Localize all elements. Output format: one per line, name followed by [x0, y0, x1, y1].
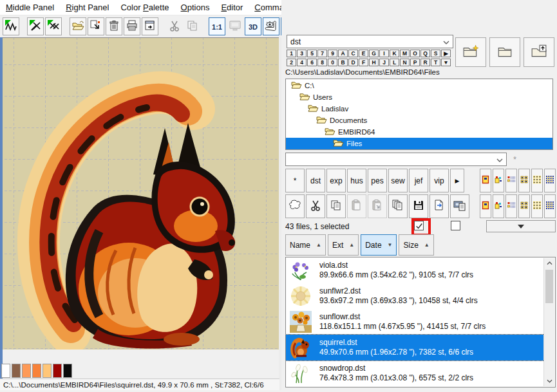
view-mode-button[interactable]: [493, 194, 504, 218]
letter-key[interactable]: H: [369, 59, 379, 66]
color-swatch[interactable]: [63, 364, 72, 378]
letter-key[interactable]: B: [338, 59, 348, 66]
tree-item[interactable]: EMBIRD64: [286, 126, 552, 138]
color-swatch[interactable]: [22, 364, 31, 378]
copy-button[interactable]: [184, 17, 201, 35]
save-button[interactable]: [409, 194, 428, 218]
letter-key[interactable]: 7: [317, 50, 327, 57]
letter-key[interactable]: G: [369, 50, 379, 57]
letter-key[interactable]: Q: [420, 50, 430, 57]
format-filter-button[interactable]: vip: [430, 169, 449, 192]
letter-key[interactable]: I: [379, 50, 389, 57]
view-mode-button[interactable]: [518, 194, 530, 218]
menu-item[interactable]: Options: [175, 1, 216, 14]
letter-key[interactable]: E: [359, 50, 368, 57]
color-swatch[interactable]: [42, 364, 52, 378]
letter-key[interactable]: S: [431, 50, 440, 57]
tree-item[interactable]: Ladislav: [286, 103, 552, 115]
menu-item[interactable]: Color Palette: [115, 1, 175, 14]
viola.dst[interactable]: viola.dst 89.9x66.6 mm (3.54x2.62 "), 91…: [286, 257, 544, 283]
create-folder-button[interactable]: [455, 37, 486, 67]
paste-special-button[interactable]: [368, 194, 387, 218]
menu-item[interactable]: Editor: [215, 1, 249, 14]
view-mode-button[interactable]: [544, 194, 556, 218]
letter-key[interactable]: F: [359, 59, 368, 66]
scrollbar-thumb[interactable]: [545, 270, 553, 303]
close-editor-button[interactable]: [142, 17, 158, 35]
color-swatch[interactable]: [1, 364, 10, 378]
view-mode-button[interactable]: [544, 169, 556, 192]
sunflowr.dst[interactable]: sunflowr.dst 118.6x151.1 mm (4.67x5.95 "…: [286, 309, 544, 335]
color-swatch[interactable]: [12, 364, 21, 378]
scroll-down-icon[interactable]: [544, 376, 554, 386]
stitch-view-button[interactable]: [3, 17, 19, 35]
name-filter-input[interactable]: [285, 153, 507, 166]
print-button[interactable]: [124, 17, 140, 35]
letter-key[interactable]: D: [348, 59, 358, 66]
letter-key[interactable]: 1: [287, 50, 296, 57]
format-filter-button[interactable]: jef: [409, 169, 428, 192]
view-mode-button[interactable]: [505, 194, 517, 218]
letter-key[interactable]: T: [431, 59, 440, 66]
screen-size-button[interactable]: [227, 17, 243, 35]
format-filter-button[interactable]: ▶: [450, 169, 464, 192]
copy-files-button[interactable]: [326, 194, 346, 218]
export-design-button[interactable]: [88, 17, 104, 35]
letter-key[interactable]: 0: [328, 59, 337, 66]
letter-key[interactable]: C: [348, 50, 358, 57]
letter-key[interactable]: R: [420, 59, 430, 66]
paste-button[interactable]: [347, 194, 366, 218]
cut-button[interactable]: [166, 17, 183, 35]
tree-item[interactable]: Documents: [286, 115, 552, 126]
sort-button[interactable]: Name ▲: [285, 234, 326, 256]
view-mode-button[interactable]: [531, 169, 543, 192]
format-filter-button[interactable]: hus: [347, 169, 366, 192]
cut-files-button[interactable]: [306, 194, 325, 218]
view-mode-button[interactable]: [480, 169, 491, 192]
send-to-screen-button[interactable]: [450, 194, 469, 218]
view-mode-button[interactable]: [518, 169, 530, 192]
letter-key[interactable]: J: [379, 59, 389, 66]
letter-key[interactable]: 8: [317, 59, 327, 66]
convert-file-button[interactable]: [430, 194, 449, 218]
view-mode-button[interactable]: [480, 194, 491, 218]
folder-button[interactable]: [489, 37, 520, 67]
menu-item[interactable]: Middle Panel: [0, 1, 60, 14]
letter-key[interactable]: A: [338, 50, 348, 57]
format-filter-button[interactable]: dst: [306, 169, 325, 192]
file-list-scrollbar[interactable]: [543, 258, 554, 386]
sort-button[interactable]: Date ▼: [361, 234, 397, 256]
view-mode-button[interactable]: [493, 169, 504, 192]
delete-button[interactable]: [106, 17, 122, 35]
snowdrop.dst[interactable]: snowdrop.dst 76.4x78.3 mm (3.01x3.08 "),…: [286, 360, 544, 386]
letter-key[interactable]: L: [390, 59, 399, 66]
letter-key[interactable]: 9: [328, 50, 337, 57]
letter-key[interactable]: 2: [287, 59, 296, 66]
letter-key[interactable]: 3: [297, 50, 307, 57]
color-swatch[interactable]: [53, 364, 62, 378]
preview-scroll-button[interactable]: [263, 17, 279, 35]
hide-small-stitches-button[interactable]: [27, 17, 44, 35]
freehand-select-button[interactable]: [285, 194, 305, 218]
sunflwr2.dst[interactable]: sunflwr2.dst 93.6x97.2 mm (3.69x3.83 "),…: [286, 283, 544, 309]
squirrel.dst[interactable]: squirrel.dst 49.9x70.6 mm (1.96x2.78 "),…: [286, 335, 544, 360]
format-filter-button[interactable]: sew: [388, 169, 408, 192]
sort-button[interactable]: Ext ▲: [328, 234, 359, 256]
letter-key[interactable]: P: [410, 59, 420, 66]
format-filter-button[interactable]: exp: [326, 169, 346, 192]
color-swatch[interactable]: [32, 364, 41, 378]
letter-key[interactable]: 5: [307, 50, 317, 57]
format-filter-button[interactable]: *: [285, 169, 305, 192]
letter-key[interactable]: K: [390, 50, 399, 57]
open-file-button[interactable]: [70, 17, 86, 35]
sort-button[interactable]: Size ▲: [399, 234, 433, 256]
list-options-dropdown[interactable]: [486, 220, 556, 232]
parent-folder-button[interactable]: [524, 37, 554, 67]
select-checkbox-unchecked[interactable]: [451, 221, 460, 230]
letter-key[interactable]: ▶: [441, 50, 451, 57]
scroll-up-icon[interactable]: [544, 258, 554, 268]
tree-item[interactable]: Users: [286, 91, 552, 103]
letter-key[interactable]: M: [400, 50, 410, 57]
tree-item[interactable]: C:\: [286, 80, 552, 91]
menu-item[interactable]: Right Panel: [60, 1, 115, 14]
